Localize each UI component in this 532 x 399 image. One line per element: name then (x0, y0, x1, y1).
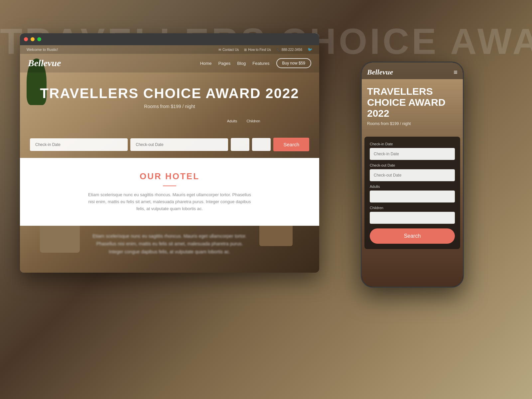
hotel-divider (163, 186, 176, 186)
nav-features[interactable]: Features (252, 61, 269, 66)
buy-now-button[interactable]: Buy now $59 (276, 58, 311, 68)
maximize-dot[interactable] (37, 37, 41, 41)
twitter-icon[interactable]: 🐦 (308, 47, 313, 52)
map-icon: ⊞ (244, 48, 247, 52)
site-logo: Bellevue (28, 58, 61, 68)
hero-subtitle: Rooms from $199 / night (27, 104, 313, 109)
mobile-booking-form: Check-in Date Check-out Date Adults 2 Ch… (364, 137, 460, 249)
desktop-search-button[interactable]: Search (273, 138, 309, 151)
blur-text-3: Integer congue dapibus felis, at vulputa… (40, 248, 299, 256)
envelope-icon: ✉ (218, 48, 221, 52)
browser-topbar (20, 33, 319, 45)
blur-text-1: Etiam scelerisque nunc eu sagittis rhonc… (40, 232, 299, 240)
adults-label: Adults (223, 119, 241, 123)
directions-link[interactable]: ⊞ How to Find Us (244, 48, 271, 52)
hero-content: TRAVELLERS CHOICE AWARD 2022 Rooms from … (20, 72, 319, 116)
nav-pages[interactable]: Pages (218, 61, 230, 66)
minimize-dot[interactable] (31, 37, 35, 41)
checkout-input[interactable] (130, 138, 228, 151)
mobile-header: Bellevue ≡ (362, 63, 463, 79)
mobile-checkin-input[interactable] (370, 148, 455, 160)
mobile-checkout-input[interactable] (370, 169, 455, 181)
welcome-text: Welcome to Rustic! (27, 48, 58, 52)
mobile-hero-title: TRAVELLERS CHOICE AWARD 2022 (367, 86, 458, 119)
mobile-checkin-label: Check-in Date (370, 142, 455, 146)
desktop-site-content: Welcome to Rustic! ✉ Contact Us ⊞ How to… (20, 45, 319, 273)
nav-home[interactable]: Home (200, 61, 212, 66)
hero-title: TRAVELLERS CHOICE AWARD 2022 (27, 86, 313, 101)
mobile-mockup: Bellevue ≡ TRAVELLERS CHOICE AWARD 2022 … (361, 62, 464, 288)
contact-links: ✉ Contact Us ⊞ How to Find Us 📞 888-222-… (218, 47, 313, 52)
adults-input[interactable]: 2 (231, 138, 249, 151)
site-utility-bar: Welcome to Rustic! ✉ Contact Us ⊞ How to… (20, 45, 319, 54)
hotel-description: Etiam scelerisque nunc eu sagittis rhonc… (86, 192, 253, 212)
mobile-children-label: Children (370, 206, 455, 210)
mobile-screen: Bellevue ≡ TRAVELLERS CHOICE AWARD 2022 … (362, 63, 463, 287)
booking-form-wrapper: Adults Children 2 2 Search (20, 119, 319, 158)
mobile-hero: TRAVELLERS CHOICE AWARD 2022 Rooms from … (362, 79, 463, 137)
contact-link[interactable]: ✉ Contact Us (218, 48, 239, 52)
mobile-adults-input[interactable]: 2 (370, 191, 455, 202)
phone-link[interactable]: 📞 888-222-3456 (276, 48, 302, 52)
blur-text-2: Phasellus nisi enim, mattis eu felis sit… (40, 240, 299, 248)
hamburger-icon[interactable]: ≡ (454, 68, 458, 76)
close-dot[interactable] (24, 37, 28, 41)
nav-blog[interactable]: Blog (237, 61, 246, 66)
children-input[interactable]: 2 (252, 138, 271, 151)
adults-children-labels: Adults Children (20, 119, 319, 124)
hotel-section: OUR HOTEL Etiam scelerisque nunc eu sagi… (20, 158, 319, 225)
our-hotel-title: OUR HOTEL (40, 171, 299, 182)
mobile-hero-subtitle: Rooms from $199 / night (367, 121, 458, 126)
mobile-children-input[interactable]: 2 (370, 212, 455, 224)
booking-form: 2 2 Search (20, 131, 319, 158)
desktop-mockup: Welcome to Rustic! ✉ Contact Us ⊞ How to… (20, 33, 319, 273)
children-label: Children (244, 119, 263, 123)
site-nav: Bellevue Home Pages Blog Features Buy no… (20, 54, 319, 72)
checkin-input[interactable] (30, 138, 128, 151)
mobile-checkout-label: Check-out Date (370, 163, 455, 167)
mobile-search-button[interactable]: Search (370, 228, 455, 244)
nav-links: Home Pages Blog Features Buy now $59 (200, 58, 311, 68)
phone-icon: 📞 (276, 48, 280, 52)
mobile-logo: Bellevue (367, 68, 393, 76)
mobile-adults-label: Adults (370, 185, 455, 189)
